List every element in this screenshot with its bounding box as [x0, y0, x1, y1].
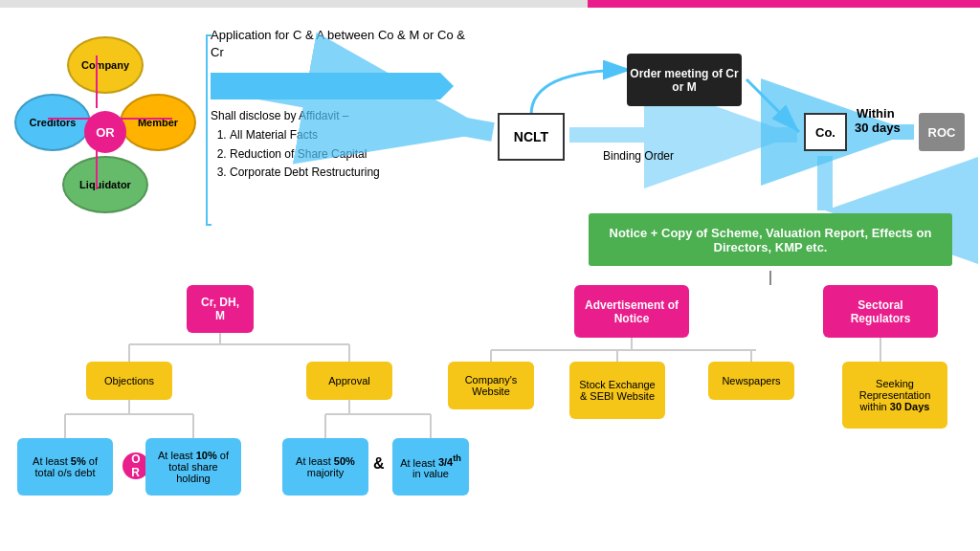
objections-box: Objections: [86, 362, 172, 400]
venn-company: Company: [67, 36, 144, 94]
affidavit-item-2: Reduction of Share Capital: [230, 145, 479, 164]
svg-line-4: [746, 79, 799, 132]
newspapers-box: Newspapers: [708, 362, 794, 400]
venn-creditors: Creditors: [14, 94, 91, 151]
approval-box: Approval: [306, 362, 392, 400]
venn-line-right: [120, 118, 172, 120]
venn-or: OR: [84, 111, 126, 153]
liquidator-label: Liquidator: [79, 179, 131, 190]
co-label: Co.: [815, 125, 835, 140]
advertisement-label: Advertisement of Notice: [584, 298, 679, 325]
at-least-5-label: At least 5% of total o/s debt: [25, 455, 105, 478]
cr-dh-m-label: Cr, DH, M: [196, 296, 244, 322]
affidavit-item-3: Corporate Debt Restructuring: [230, 164, 479, 182]
company-website-label: Company's Website: [456, 374, 526, 397]
and-symbol: &: [373, 455, 385, 473]
application-text: Application for C & A between Co & M or …: [211, 27, 479, 61]
main-content: Company Creditors Member Liquidator OR A…: [0, 8, 980, 551]
newspapers-label: Newspapers: [722, 375, 780, 386]
and-label: &: [373, 455, 385, 472]
at-least-34-box: At least 3/4th in value: [392, 438, 469, 496]
sectoral-box: Sectoral Regulators: [823, 285, 938, 338]
approval-label: Approval: [328, 375, 369, 386]
thirty-days-label: 30 days: [855, 121, 901, 135]
at-least-34-label: At least 3/4th in value: [400, 454, 461, 480]
at-least-50-box: At least 50% majority: [282, 438, 368, 496]
co-box: Co.: [804, 113, 847, 151]
venn-diagram: Company Creditors Member Liquidator OR: [10, 27, 201, 237]
sectoral-label: Sectoral Regulators: [833, 298, 928, 325]
affidavit-title: Shall disclose by Affidavit –: [211, 109, 479, 122]
venn-line-top: [96, 55, 98, 108]
top-bar: [0, 0, 980, 8]
advertisement-box: Advertisement of Notice: [574, 285, 689, 338]
at-least-10-label: At least 10% of total share holding: [153, 450, 234, 484]
affidavit-list: All Material Facts Reduction of Share Ca…: [230, 126, 479, 182]
affidavit-item-1: All Material Facts: [230, 126, 479, 144]
at-least-5-box: At least 5% of total o/s debt: [17, 438, 113, 496]
nclt-label: NCLT: [514, 129, 548, 144]
venn-liquidator: Liquidator: [62, 156, 148, 213]
cr-dh-m-box: Cr, DH, M: [187, 285, 254, 333]
notice-box: Notice + Copy of Scheme, Valuation Repor…: [589, 213, 952, 266]
binding-order-label: Binding Order: [603, 149, 674, 163]
company-website-box: Company's Website: [448, 362, 534, 409]
company-label: Company: [81, 59, 129, 71]
venn-line-bottom: [96, 146, 98, 189]
seeking-label: Seeking Representation within 30 Days: [850, 378, 940, 412]
stock-exchange-label: Stock Exchange & SEBI Website: [577, 379, 657, 402]
roc-label: ROC: [928, 125, 956, 140]
or-text: OR: [131, 452, 140, 479]
within-label: Within: [857, 106, 895, 121]
roc-box: ROC: [919, 113, 965, 151]
at-least-10-box: At least 10% of total share holding: [145, 438, 241, 496]
objections-label: Objections: [104, 375, 154, 386]
venn-member: Member: [120, 94, 196, 151]
nclt-box: NCLT: [498, 113, 565, 161]
stock-exchange-box: Stock Exchange & SEBI Website: [569, 362, 665, 419]
at-least-50-label: At least 50% majority: [290, 455, 361, 478]
order-box: Order meeting of Cr or M: [627, 54, 742, 106]
notice-label: Notice + Copy of Scheme, Valuation Repor…: [589, 226, 952, 254]
or-label: OR: [96, 125, 115, 140]
order-label: Order meeting of Cr or M: [627, 67, 742, 94]
upper-text-area: Application for C & A between Co & M or …: [211, 27, 479, 182]
seeking-box: Seeking Representation within 30 Days: [842, 362, 947, 429]
